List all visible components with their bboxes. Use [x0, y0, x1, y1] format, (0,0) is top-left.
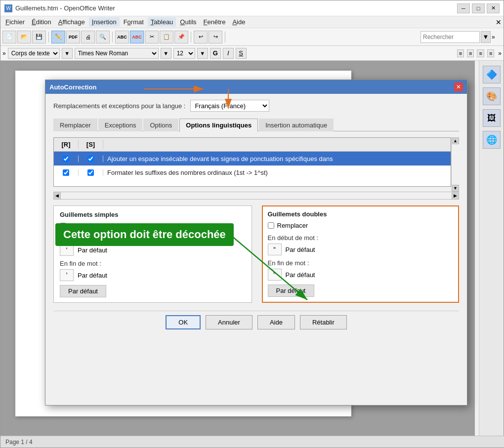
guill-doubles-title: Guillemets doubles — [268, 210, 454, 218]
row1-r-checkbox[interactable] — [63, 156, 69, 162]
tb-save-btn[interactable]: 💾 — [32, 31, 46, 43]
format-expand-right[interactable]: » — [498, 50, 502, 57]
tab-options[interactable]: Options — [143, 119, 178, 131]
dialog-title: AutoCorrection — [49, 83, 96, 91]
row1-s-checkbox[interactable] — [87, 156, 94, 162]
row2-r-checkbox[interactable] — [63, 169, 69, 176]
tab-insertion-auto[interactable]: Insertion automatique — [259, 119, 334, 131]
tb-redo-btn[interactable]: ↪ — [209, 31, 222, 43]
fontsize-select[interactable]: 12 — [173, 48, 195, 59]
window-title: Guillemets.htm - OpenOffice Writer — [15, 4, 115, 12]
guill-simples-fin-char: ’ — [60, 269, 74, 281]
tabs-row: Remplacer Exceptions Options Options lin… — [53, 119, 459, 131]
menu-tableau[interactable]: Tableau — [148, 17, 176, 27]
bold-button[interactable]: G — [210, 48, 221, 59]
align-left-btn[interactable]: ≡ — [457, 49, 464, 57]
menu-affichage[interactable]: Affichage — [55, 17, 88, 27]
table-row-1[interactable]: Ajouter un espace insécable devant les s… — [54, 152, 451, 165]
tb-open-btn[interactable]: 📂 — [17, 31, 31, 43]
menu-edition[interactable]: Édition — [29, 17, 54, 27]
tb-undo-btn[interactable]: ↩ — [194, 31, 208, 43]
guill-simples-debut-defaut: Par défaut — [78, 246, 107, 254]
menu-format[interactable]: Format — [121, 17, 147, 27]
search-input[interactable] — [420, 31, 480, 43]
dialog-close-button[interactable]: ✕ — [454, 82, 463, 91]
annuler-button[interactable]: Annuler — [206, 315, 252, 329]
row1-s-check[interactable] — [79, 156, 103, 162]
menu-outils[interactable]: Outils — [177, 17, 199, 27]
autocorrection-dialog: Cette option doit être décochée — [45, 80, 467, 406]
table-header: [R] [S] — [54, 138, 451, 152]
sidebar-icon-1[interactable]: 🔷 — [483, 66, 501, 83]
style-select[interactable]: Corps de texte — [8, 48, 60, 59]
guill-simples-fin-defaut: Par défaut — [78, 272, 107, 279]
font-dropdown[interactable]: ▼ — [161, 48, 171, 59]
tab-options-linguistiques[interactable]: Options linguistiques — [179, 119, 258, 131]
tb-preview-btn[interactable]: 🔍 — [96, 31, 110, 43]
tb-pdf-btn[interactable]: PDF — [66, 31, 80, 43]
underline-button[interactable]: S — [236, 48, 247, 59]
sidebar-icon-2[interactable]: 🎨 — [483, 87, 501, 105]
annotation-box: Cette option doit être décochée — [55, 223, 234, 246]
minimize-button[interactable]: ─ — [457, 3, 470, 13]
menu-close-icon[interactable]: ✕ — [496, 18, 502, 26]
menu-fenetre[interactable]: Fenêtre — [201, 17, 229, 27]
tb-new-btn[interactable]: 📄 — [2, 31, 16, 43]
format-bar: » Corps de texte ▼ Times New Roman ▼ 12 … — [0, 46, 504, 61]
sidebar-icon-4[interactable]: 🌐 — [483, 131, 501, 149]
scrollbar-down-btn[interactable]: ▼ — [452, 185, 459, 192]
search-dropdown[interactable]: ▼ — [481, 31, 491, 43]
toolbar-expand-icon[interactable]: » — [492, 34, 502, 41]
menu-aide[interactable]: Aide — [229, 17, 248, 27]
sidebar-icon-3[interactable]: 🖼 — [483, 109, 501, 127]
ok-button[interactable]: OK — [166, 315, 201, 329]
retablir-button[interactable]: Rétablir — [300, 315, 347, 329]
scrollbar-track — [452, 144, 459, 185]
h-scroll-left-btn[interactable]: ◀ — [54, 192, 61, 199]
tb-spellcheck-btn[interactable]: ABC — [115, 31, 129, 43]
menu-insertion[interactable]: Insertion — [89, 17, 120, 27]
row1-r-check[interactable] — [54, 156, 79, 162]
align-center-btn[interactable]: ≡ — [467, 49, 474, 57]
tab-remplacer[interactable]: Remplacer — [53, 119, 97, 131]
fontsize-dropdown[interactable]: ▼ — [197, 48, 208, 59]
maximize-button[interactable]: □ — [472, 3, 485, 13]
tb-edit-btn[interactable]: ✏️ — [51, 31, 65, 43]
title-bar: W Guillemets.htm - OpenOffice Writer ─ □… — [0, 0, 504, 16]
guill-doubles-debut-label: En début de mot : — [268, 234, 454, 242]
lang-label: Remplacements et exceptions pour la lang… — [53, 102, 185, 110]
right-sidebar: 🔷 🎨 🖼 🌐 — [479, 61, 504, 437]
lang-select[interactable]: Français (France) — [190, 100, 269, 112]
row2-r-check[interactable] — [54, 169, 79, 176]
guill-doubles-debut-defaut: Par défaut — [286, 246, 315, 253]
tb-spellcheck2-btn[interactable]: ABC — [130, 31, 144, 43]
guill-doubles-par-defaut-btn[interactable]: Par défaut — [268, 285, 314, 297]
h-scroll-right-btn[interactable]: ▶ — [452, 192, 459, 199]
guill-simples-par-defaut-btn[interactable]: Par défaut — [60, 285, 106, 297]
tab-exceptions[interactable]: Exceptions — [98, 119, 143, 131]
tb-sep2 — [112, 32, 113, 42]
guillemets-simples-group: Guillemets simples Remplacer En début de… — [53, 205, 252, 303]
row2-s-checkbox[interactable] — [87, 169, 94, 176]
page-info: Page 1 / 4 — [5, 439, 33, 446]
menu-fichier[interactable]: Fichier — [2, 17, 28, 27]
close-button[interactable]: ✕ — [487, 3, 500, 13]
h-scroll-track — [61, 192, 452, 199]
aide-button[interactable]: Aide — [257, 315, 295, 329]
dialog-buttons: OK Annuler Aide Rétablir — [53, 311, 459, 333]
format-expand-left[interactable]: » — [2, 50, 6, 57]
tb-paste-btn[interactable]: 📌 — [174, 31, 188, 43]
row2-s-check[interactable] — [79, 169, 103, 176]
style-dropdown[interactable]: ▼ — [62, 48, 73, 59]
font-select[interactable]: Times New Roman — [75, 48, 159, 59]
guill-doubles-remplacer-checkbox[interactable] — [268, 222, 274, 229]
align-justify-btn[interactable]: ≡ — [487, 49, 494, 57]
guill-doubles-debut-row: “ Par défaut — [268, 244, 454, 255]
scrollbar-up-btn[interactable]: ▲ — [452, 137, 459, 144]
tb-print-btn[interactable]: 🖨 — [81, 31, 95, 43]
italic-button[interactable]: I — [223, 48, 234, 59]
tb-scissors-btn[interactable]: ✂ — [145, 31, 159, 43]
table-row-2[interactable]: Formater les suffixes des nombres ordina… — [54, 165, 451, 179]
align-right-btn[interactable]: ≡ — [477, 49, 484, 57]
tb-copy-btn[interactable]: 📋 — [160, 31, 173, 43]
